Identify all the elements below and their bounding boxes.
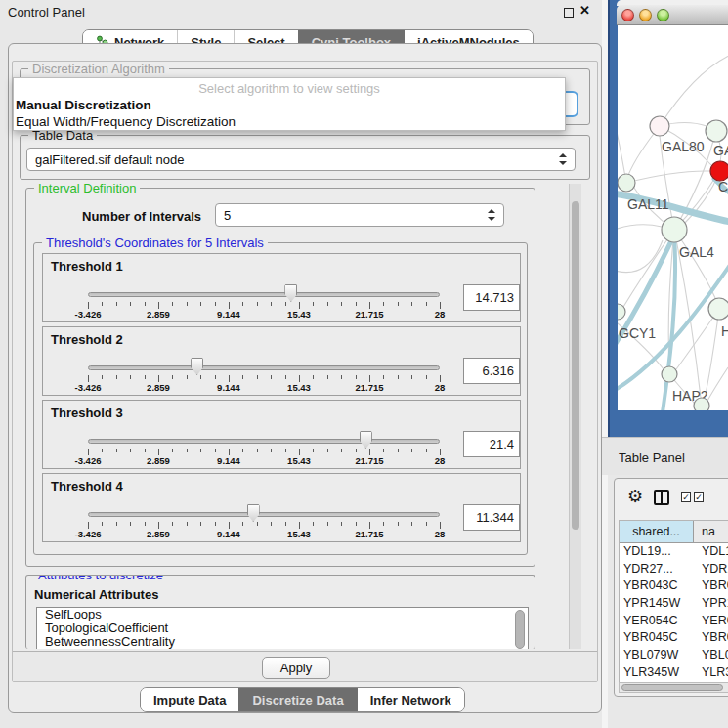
network-window-titlebar[interactable] xyxy=(617,5,728,25)
gear-icon[interactable]: ⚙ xyxy=(627,488,643,505)
slider-tick xyxy=(242,302,243,306)
attribute-list-item[interactable]: BetweennessCentrality xyxy=(37,635,528,649)
cell-name[interactable]: YPR1 xyxy=(694,595,728,613)
apply-button[interactable]: Apply xyxy=(262,657,330,679)
network-view-window[interactable]: GAL80GACGAL11GAL4GCY1HHAP2 xyxy=(608,0,728,437)
checkbox-icon[interactable]: ✓ xyxy=(681,492,691,502)
list-scrollbar[interactable] xyxy=(515,610,525,649)
threshold-value-field[interactable]: 11.344 xyxy=(463,504,520,531)
close-traffic-light-icon[interactable] xyxy=(621,9,634,21)
slider-tick xyxy=(285,375,286,379)
cell-name[interactable]: YDR2 xyxy=(694,561,728,578)
cell-name[interactable]: YDL1 xyxy=(694,543,728,561)
network-canvas[interactable]: GAL80GACGAL11GAL4GCY1HHAP2 xyxy=(618,25,728,410)
network-edge[interactable] xyxy=(707,367,728,401)
slider-track[interactable] xyxy=(88,439,440,444)
slider-tick-label: -3.426 xyxy=(75,455,102,466)
gal80-node[interactable] xyxy=(650,116,669,136)
table-row[interactable]: YBR045CYBR0 xyxy=(620,629,728,647)
cell-shared-name[interactable]: YPR145W xyxy=(620,595,694,613)
cell-shared-name[interactable]: YLR345W xyxy=(620,664,694,682)
table-row[interactable]: YDR27...YDR2 xyxy=(620,561,728,578)
h-node[interactable] xyxy=(708,298,728,320)
network-edge[interactable] xyxy=(618,119,626,183)
slider-tick xyxy=(200,522,201,526)
numerical-attributes-list[interactable]: SelfLoopsTopologicalCoefficientBetweenne… xyxy=(36,607,529,649)
slider-tick xyxy=(187,522,188,526)
threshold-value-field[interactable]: 14.713 xyxy=(463,284,520,311)
cell-shared-name[interactable]: YDR27... xyxy=(620,561,694,578)
slider-thumb[interactable] xyxy=(284,284,297,302)
slider-tick xyxy=(172,449,173,452)
slider-tick xyxy=(257,522,258,526)
bottom-node[interactable] xyxy=(694,398,709,410)
cell-name[interactable]: YER0 xyxy=(694,613,728,630)
tab-impute-data[interactable]: Impute Data xyxy=(141,688,238,711)
network-edge[interactable] xyxy=(623,230,674,307)
tab-infer-network[interactable]: Infer Network xyxy=(357,688,464,711)
slider-tick xyxy=(116,302,117,306)
slider-tick-label: 15.43 xyxy=(287,529,311,539)
slider-track[interactable] xyxy=(88,512,440,517)
table-row[interactable]: YPR145WYPR1 xyxy=(620,595,728,613)
table-horizontal-scrollbar[interactable] xyxy=(619,682,728,693)
slider-tick xyxy=(313,522,314,526)
threshold-value-field[interactable]: 6.316 xyxy=(463,358,520,384)
gal4-node[interactable] xyxy=(662,217,687,242)
slider-tick xyxy=(327,449,328,452)
number-of-intervals-spinner[interactable]: 5 xyxy=(215,203,504,227)
cell-shared-name[interactable]: YBR043C xyxy=(620,578,694,595)
network-edge[interactable] xyxy=(626,171,710,183)
cell-shared-name[interactable]: YDL19... xyxy=(620,543,694,561)
gal11-node[interactable] xyxy=(618,174,635,192)
zoom-traffic-light-icon[interactable] xyxy=(657,9,669,21)
red-node[interactable] xyxy=(710,161,728,181)
slider-tick xyxy=(200,449,201,452)
hap2-node[interactable] xyxy=(662,366,677,382)
slider-track[interactable] xyxy=(88,292,440,297)
cell-shared-name[interactable]: YBL079W xyxy=(620,647,694,664)
dropdown-item-manual-discretization[interactable]: Manual Discretization xyxy=(14,97,565,113)
slider-tick-label: 28 xyxy=(435,529,446,539)
minimize-traffic-light-icon[interactable] xyxy=(639,9,652,21)
slider-tick xyxy=(271,375,272,379)
top-right-node[interactable] xyxy=(706,120,727,142)
network-edge[interactable] xyxy=(660,53,728,126)
threshold-value-field[interactable]: 21.4 xyxy=(463,431,520,457)
attribute-list-item[interactable]: TopologicalCoefficient xyxy=(37,621,528,635)
slider-thumb[interactable] xyxy=(191,358,203,375)
cell-name[interactable]: YLR3 xyxy=(694,664,728,682)
network-edge[interactable] xyxy=(618,225,662,231)
float-window-icon[interactable] xyxy=(564,8,574,18)
slider-tick xyxy=(172,522,173,526)
table-row[interactable]: YDL19...YDL1 xyxy=(620,543,728,561)
table-row[interactable]: YBR043CYBR0 xyxy=(620,578,728,595)
column-split-icon[interactable] xyxy=(654,490,669,505)
close-icon[interactable]: ✕ xyxy=(579,3,590,18)
tab-discretize-data[interactable]: Discretize Data xyxy=(238,688,356,711)
column-header-name[interactable]: na xyxy=(694,521,728,542)
panel-scrollbar[interactable] xyxy=(569,184,581,649)
column-header-shared-name[interactable]: shared... xyxy=(620,521,694,542)
cell-shared-name[interactable]: YBR045C xyxy=(620,629,694,647)
cell-name[interactable]: YBL0 xyxy=(694,647,728,664)
panel-scrollbar-thumb[interactable] xyxy=(572,201,579,530)
table-row[interactable]: YER054CYER0 xyxy=(620,613,728,630)
slider-tick xyxy=(130,302,131,306)
slider-thumb[interactable] xyxy=(247,504,260,522)
table-row[interactable]: YBL079WYBL0 xyxy=(620,647,728,664)
slider-tick xyxy=(398,449,399,452)
cell-shared-name[interactable]: YER054C xyxy=(620,613,694,630)
dropdown-item-equal-width-frequency[interactable]: Equal Width/Frequency Discretization xyxy=(14,113,565,130)
slider-tick-label: 2.859 xyxy=(147,455,170,466)
cell-name[interactable]: YBR0 xyxy=(694,578,728,595)
table-row[interactable]: YLR345WYLR3 xyxy=(620,664,728,682)
scrollbar-thumb[interactable] xyxy=(621,684,723,691)
cell-name[interactable]: YBR0 xyxy=(694,629,728,647)
attribute-list-item[interactable]: SelfLoops xyxy=(37,608,528,621)
slider-tick xyxy=(187,302,188,306)
slider-thumb[interactable] xyxy=(360,431,372,449)
slider-track[interactable] xyxy=(88,365,440,370)
table-data-combobox[interactable]: galFiltered.sif default node xyxy=(26,148,576,171)
checkbox-icon[interactable]: ✓ xyxy=(694,492,704,502)
